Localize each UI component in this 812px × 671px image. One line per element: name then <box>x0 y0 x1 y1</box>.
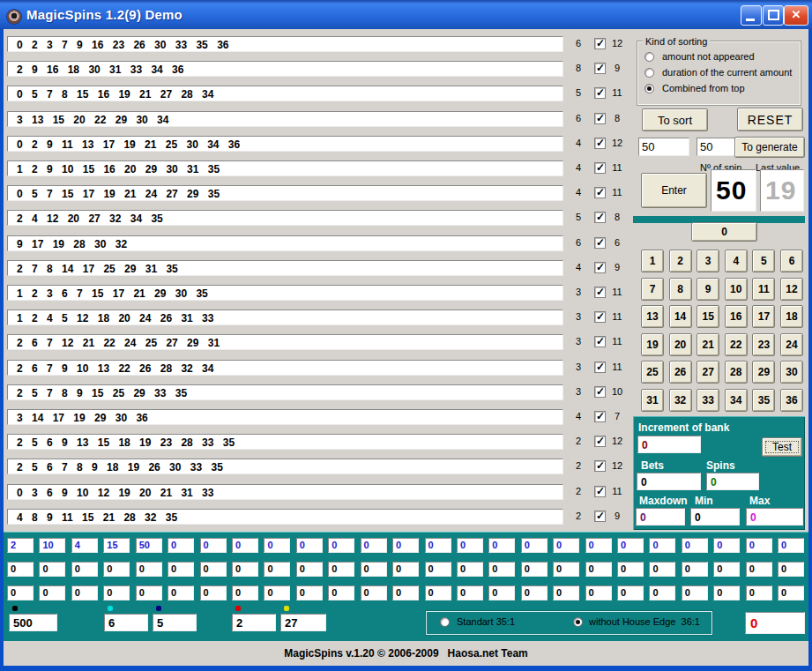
bet-cell[interactable]: 0 <box>328 538 354 553</box>
bet-cell[interactable]: 0 <box>232 585 258 600</box>
bet-cell[interactable]: 0 <box>264 562 290 577</box>
number-button-34[interactable]: 34 <box>725 389 748 412</box>
bet-cell[interactable]: 15 <box>103 538 130 553</box>
number-button-29[interactable]: 29 <box>752 361 775 384</box>
bet-cell[interactable]: 0 <box>682 538 708 553</box>
number-button-24[interactable]: 24 <box>780 333 803 356</box>
bet-cell[interactable]: 0 <box>39 562 65 577</box>
result-input[interactable]: 0 <box>745 612 805 634</box>
number-button-23[interactable]: 23 <box>752 333 775 356</box>
bet-cell[interactable]: 0 <box>521 585 548 600</box>
bet-cell[interactable]: 0 <box>521 538 548 553</box>
bet-cell[interactable]: 0 <box>457 562 483 577</box>
bet-cell[interactable]: 0 <box>296 562 323 577</box>
bet-cell[interactable]: 0 <box>200 562 227 577</box>
number-button-10[interactable]: 10 <box>725 278 748 301</box>
bet-cell[interactable]: 0 <box>296 538 323 553</box>
to-generate-button[interactable]: To generate <box>734 137 805 158</box>
enter-button[interactable]: Enter <box>641 173 707 208</box>
bet-cell[interactable]: 0 <box>617 585 644 600</box>
bet-cell[interactable]: 0 <box>168 585 194 600</box>
row-checkbox[interactable] <box>594 287 606 298</box>
max-input[interactable]: 0 <box>746 508 803 526</box>
bet-cell[interactable]: 0 <box>328 585 354 600</box>
spin-numbers-field[interactable]: 2 6 7 9 10 13 22 26 28 32 34 <box>7 360 563 376</box>
param-input[interactable]: 5 <box>153 614 197 631</box>
sorting-radio[interactable] <box>644 52 654 62</box>
row-checkbox[interactable] <box>594 486 606 497</box>
bet-cell[interactable]: 0 <box>488 562 515 577</box>
bet-cell[interactable]: 0 <box>682 585 708 600</box>
payout-radio[interactable] <box>573 617 583 627</box>
bet-cell[interactable]: 0 <box>713 562 740 577</box>
bet-cell[interactable]: 0 <box>296 585 323 600</box>
number-button-0[interactable]: 0 <box>691 222 757 242</box>
bet-cell[interactable]: 0 <box>264 538 290 553</box>
number-button-2[interactable]: 2 <box>669 250 692 272</box>
increment-of-bank-input[interactable]: 0 <box>637 436 701 453</box>
bet-cell[interactable]: 0 <box>232 538 258 553</box>
bets-input[interactable]: 0 <box>637 473 701 490</box>
number-button-36[interactable]: 36 <box>780 389 803 412</box>
spin-numbers-field[interactable]: 0 5 7 8 15 16 19 21 27 28 34 <box>7 86 563 101</box>
bet-cell[interactable]: 0 <box>457 538 483 553</box>
bet-cell[interactable]: 0 <box>425 585 451 600</box>
bet-cell[interactable]: 0 <box>713 585 740 600</box>
bet-cell[interactable]: 0 <box>136 562 162 577</box>
spin-numbers-field[interactable]: 2 9 16 18 30 31 33 34 36 <box>7 61 563 77</box>
bet-cell[interactable]: 0 <box>103 585 130 600</box>
generate-count-input-2[interactable]: 50 <box>697 138 739 156</box>
bet-cell[interactable]: 0 <box>553 585 579 600</box>
bet-cell[interactable]: 0 <box>168 538 194 553</box>
number-button-28[interactable]: 28 <box>725 361 748 384</box>
number-button-4[interactable]: 4 <box>725 250 748 272</box>
number-button-1[interactable]: 1 <box>641 250 664 272</box>
bet-cell[interactable]: 0 <box>7 585 34 600</box>
bet-cell[interactable]: 0 <box>649 538 675 553</box>
number-button-32[interactable]: 32 <box>669 389 692 412</box>
bet-cell[interactable]: 0 <box>521 562 548 577</box>
spin-numbers-field[interactable]: 1 2 3 6 7 15 17 21 29 30 35 <box>7 285 563 301</box>
bet-cell[interactable]: 0 <box>361 538 387 553</box>
number-button-5[interactable]: 5 <box>752 250 775 272</box>
number-button-20[interactable]: 20 <box>669 333 692 356</box>
bet-cell[interactable]: 10 <box>39 538 65 553</box>
row-checkbox[interactable] <box>594 138 606 149</box>
bet-cell[interactable]: 0 <box>617 562 644 577</box>
bet-cell[interactable]: 0 <box>103 562 130 577</box>
payout-option-label[interactable]: without House Edge 36:1 <box>589 616 700 627</box>
number-button-6[interactable]: 6 <box>780 250 803 272</box>
bet-cell[interactable]: 0 <box>392 585 419 600</box>
bet-cell[interactable]: 0 <box>778 585 804 600</box>
maximize-icon[interactable] <box>763 5 784 26</box>
row-checkbox[interactable] <box>594 386 606 398</box>
close-icon[interactable] <box>784 5 808 26</box>
row-checkbox[interactable] <box>594 237 606 249</box>
number-button-13[interactable]: 13 <box>641 305 664 328</box>
spin-numbers-field[interactable]: 2 5 7 8 9 15 25 29 33 35 <box>7 384 563 400</box>
reset-button[interactable]: RESET <box>737 108 803 131</box>
spin-numbers-field[interactable]: 2 6 7 12 21 22 24 25 27 29 31 <box>7 334 563 350</box>
row-checkbox[interactable] <box>594 336 606 347</box>
row-checkbox[interactable] <box>594 436 606 447</box>
number-button-22[interactable]: 22 <box>725 333 748 356</box>
row-checkbox[interactable] <box>594 212 606 223</box>
spin-numbers-field[interactable]: 9 17 19 28 30 32 <box>7 235 563 251</box>
row-checkbox[interactable] <box>594 162 606 174</box>
bet-cell[interactable]: 0 <box>200 585 227 600</box>
spin-numbers-field[interactable]: 0 2 9 11 13 17 19 21 25 30 34 36 <box>7 136 563 152</box>
bet-cell[interactable]: 4 <box>71 538 98 553</box>
bet-cell[interactable]: 0 <box>553 562 579 577</box>
bet-cell[interactable]: 0 <box>713 538 740 553</box>
bet-cell[interactable]: 0 <box>392 562 419 577</box>
row-checkbox[interactable] <box>594 113 606 124</box>
bet-cell[interactable]: 0 <box>488 538 515 553</box>
spin-numbers-field[interactable]: 0 2 3 7 9 16 23 26 30 33 35 36 <box>7 36 563 52</box>
spin-numbers-field[interactable]: 1 2 4 5 12 18 20 24 26 31 33 <box>7 309 563 325</box>
bet-cell[interactable]: 0 <box>778 562 804 577</box>
n-of-spin-value[interactable]: 50 <box>711 169 756 212</box>
bet-cell[interactable]: 0 <box>746 538 772 553</box>
param-input[interactable]: 27 <box>280 614 326 631</box>
sorting-option-label[interactable]: duration of the current amount <box>662 67 792 78</box>
spin-numbers-field[interactable]: 3 14 17 19 29 30 36 <box>7 409 563 425</box>
